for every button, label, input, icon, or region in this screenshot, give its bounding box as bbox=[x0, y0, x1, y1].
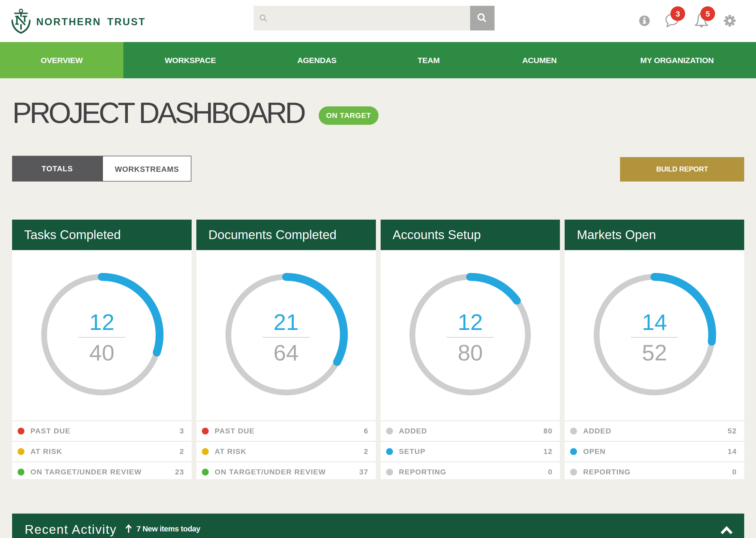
svg-text:5: 5 bbox=[706, 10, 710, 18]
svg-text:3: 3 bbox=[676, 10, 680, 18]
